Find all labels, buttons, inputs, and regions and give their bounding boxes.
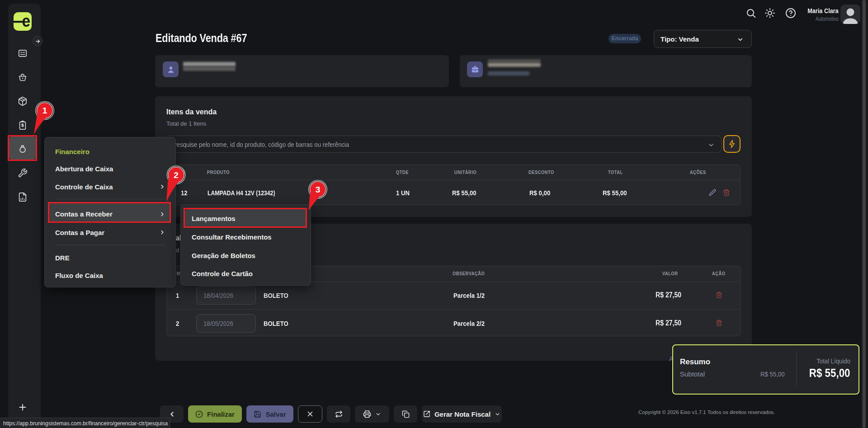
svg-text:1: 1 <box>42 106 47 115</box>
svg-text:2: 2 <box>174 170 179 180</box>
svg-text:e: e <box>22 12 31 30</box>
svg-text:3: 3 <box>316 185 321 194</box>
